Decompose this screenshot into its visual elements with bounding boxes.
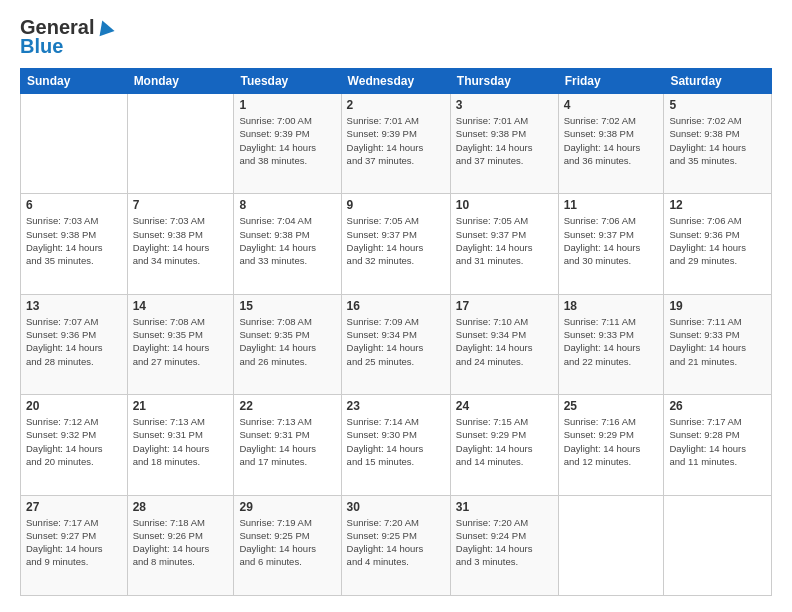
day-info: Sunrise: 7:09 AMSunset: 9:34 PMDaylight:…	[347, 315, 445, 368]
day-cell	[21, 94, 128, 194]
sunset-text: Sunset: 9:27 PM	[26, 530, 96, 541]
day-cell	[127, 94, 234, 194]
sunrise-text: Sunrise: 7:11 AM	[669, 316, 741, 327]
day-cell: 10Sunrise: 7:05 AMSunset: 9:37 PMDayligh…	[450, 194, 558, 294]
day-number: 1	[239, 98, 335, 112]
daylight-text: Daylight: 14 hoursand 28 minutes.	[26, 342, 103, 366]
sunset-text: Sunset: 9:38 PM	[26, 229, 96, 240]
day-number: 12	[669, 198, 766, 212]
sunrise-text: Sunrise: 7:10 AM	[456, 316, 528, 327]
day-info: Sunrise: 7:16 AMSunset: 9:29 PMDaylight:…	[564, 415, 659, 468]
day-cell: 23Sunrise: 7:14 AMSunset: 9:30 PMDayligh…	[341, 395, 450, 495]
day-number: 26	[669, 399, 766, 413]
day-info: Sunrise: 7:14 AMSunset: 9:30 PMDaylight:…	[347, 415, 445, 468]
logo: General Blue	[20, 16, 115, 58]
daylight-text: Daylight: 14 hoursand 14 minutes.	[456, 443, 533, 467]
day-info: Sunrise: 7:11 AMSunset: 9:33 PMDaylight:…	[564, 315, 659, 368]
sunset-text: Sunset: 9:38 PM	[669, 128, 739, 139]
daylight-text: Daylight: 14 hoursand 17 minutes.	[239, 443, 316, 467]
day-info: Sunrise: 7:03 AMSunset: 9:38 PMDaylight:…	[133, 214, 229, 267]
sunrise-text: Sunrise: 7:16 AM	[564, 416, 636, 427]
sunrise-text: Sunrise: 7:19 AM	[239, 517, 311, 528]
day-cell: 28Sunrise: 7:18 AMSunset: 9:26 PMDayligh…	[127, 495, 234, 595]
daylight-text: Daylight: 14 hoursand 37 minutes.	[456, 142, 533, 166]
day-number: 24	[456, 399, 553, 413]
daylight-text: Daylight: 14 hoursand 35 minutes.	[669, 142, 746, 166]
day-number: 27	[26, 500, 122, 514]
sunset-text: Sunset: 9:28 PM	[669, 429, 739, 440]
daylight-text: Daylight: 14 hoursand 24 minutes.	[456, 342, 533, 366]
daylight-text: Daylight: 14 hoursand 6 minutes.	[239, 543, 316, 567]
day-info: Sunrise: 7:15 AMSunset: 9:29 PMDaylight:…	[456, 415, 553, 468]
day-cell: 1Sunrise: 7:00 AMSunset: 9:39 PMDaylight…	[234, 94, 341, 194]
day-number: 13	[26, 299, 122, 313]
day-cell: 15Sunrise: 7:08 AMSunset: 9:35 PMDayligh…	[234, 294, 341, 394]
day-info: Sunrise: 7:08 AMSunset: 9:35 PMDaylight:…	[133, 315, 229, 368]
daylight-text: Daylight: 14 hoursand 30 minutes.	[564, 242, 641, 266]
day-number: 17	[456, 299, 553, 313]
day-info: Sunrise: 7:20 AMSunset: 9:25 PMDaylight:…	[347, 516, 445, 569]
sunrise-text: Sunrise: 7:12 AM	[26, 416, 98, 427]
weekday-header-thursday: Thursday	[450, 69, 558, 94]
sunrise-text: Sunrise: 7:07 AM	[26, 316, 98, 327]
day-cell: 6Sunrise: 7:03 AMSunset: 9:38 PMDaylight…	[21, 194, 128, 294]
sunrise-text: Sunrise: 7:15 AM	[456, 416, 528, 427]
sunset-text: Sunset: 9:33 PM	[669, 329, 739, 340]
day-info: Sunrise: 7:05 AMSunset: 9:37 PMDaylight:…	[456, 214, 553, 267]
sunset-text: Sunset: 9:31 PM	[239, 429, 309, 440]
day-cell: 26Sunrise: 7:17 AMSunset: 9:28 PMDayligh…	[664, 395, 772, 495]
sunrise-text: Sunrise: 7:06 AM	[669, 215, 741, 226]
day-info: Sunrise: 7:06 AMSunset: 9:36 PMDaylight:…	[669, 214, 766, 267]
day-number: 2	[347, 98, 445, 112]
day-cell: 24Sunrise: 7:15 AMSunset: 9:29 PMDayligh…	[450, 395, 558, 495]
daylight-text: Daylight: 14 hoursand 4 minutes.	[347, 543, 424, 567]
daylight-text: Daylight: 14 hoursand 15 minutes.	[347, 443, 424, 467]
svg-marker-0	[95, 18, 115, 36]
sunset-text: Sunset: 9:25 PM	[347, 530, 417, 541]
day-number: 19	[669, 299, 766, 313]
sunrise-text: Sunrise: 7:13 AM	[133, 416, 205, 427]
day-info: Sunrise: 7:06 AMSunset: 9:37 PMDaylight:…	[564, 214, 659, 267]
sunrise-text: Sunrise: 7:13 AM	[239, 416, 311, 427]
day-number: 8	[239, 198, 335, 212]
daylight-text: Daylight: 14 hoursand 25 minutes.	[347, 342, 424, 366]
week-row-5: 27Sunrise: 7:17 AMSunset: 9:27 PMDayligh…	[21, 495, 772, 595]
daylight-text: Daylight: 14 hoursand 11 minutes.	[669, 443, 746, 467]
week-row-1: 1Sunrise: 7:00 AMSunset: 9:39 PMDaylight…	[21, 94, 772, 194]
sunrise-text: Sunrise: 7:20 AM	[347, 517, 419, 528]
day-number: 22	[239, 399, 335, 413]
day-cell: 13Sunrise: 7:07 AMSunset: 9:36 PMDayligh…	[21, 294, 128, 394]
day-cell: 17Sunrise: 7:10 AMSunset: 9:34 PMDayligh…	[450, 294, 558, 394]
sunrise-text: Sunrise: 7:01 AM	[347, 115, 419, 126]
sunset-text: Sunset: 9:29 PM	[456, 429, 526, 440]
day-info: Sunrise: 7:11 AMSunset: 9:33 PMDaylight:…	[669, 315, 766, 368]
sunset-text: Sunset: 9:32 PM	[26, 429, 96, 440]
day-info: Sunrise: 7:19 AMSunset: 9:25 PMDaylight:…	[239, 516, 335, 569]
sunrise-text: Sunrise: 7:04 AM	[239, 215, 311, 226]
day-info: Sunrise: 7:17 AMSunset: 9:28 PMDaylight:…	[669, 415, 766, 468]
week-row-3: 13Sunrise: 7:07 AMSunset: 9:36 PMDayligh…	[21, 294, 772, 394]
header: General Blue	[20, 16, 772, 58]
weekday-header-saturday: Saturday	[664, 69, 772, 94]
day-info: Sunrise: 7:01 AMSunset: 9:39 PMDaylight:…	[347, 114, 445, 167]
daylight-text: Daylight: 14 hoursand 20 minutes.	[26, 443, 103, 467]
sunset-text: Sunset: 9:38 PM	[564, 128, 634, 139]
sunset-text: Sunset: 9:37 PM	[564, 229, 634, 240]
sunrise-text: Sunrise: 7:02 AM	[669, 115, 741, 126]
day-info: Sunrise: 7:12 AMSunset: 9:32 PMDaylight:…	[26, 415, 122, 468]
daylight-text: Daylight: 14 hoursand 3 minutes.	[456, 543, 533, 567]
sunrise-text: Sunrise: 7:18 AM	[133, 517, 205, 528]
daylight-text: Daylight: 14 hoursand 34 minutes.	[133, 242, 210, 266]
daylight-text: Daylight: 14 hoursand 22 minutes.	[564, 342, 641, 366]
sunrise-text: Sunrise: 7:17 AM	[669, 416, 741, 427]
sunset-text: Sunset: 9:34 PM	[347, 329, 417, 340]
sunrise-text: Sunrise: 7:14 AM	[347, 416, 419, 427]
day-info: Sunrise: 7:20 AMSunset: 9:24 PMDaylight:…	[456, 516, 553, 569]
sunrise-text: Sunrise: 7:06 AM	[564, 215, 636, 226]
sunset-text: Sunset: 9:29 PM	[564, 429, 634, 440]
day-number: 5	[669, 98, 766, 112]
day-cell: 16Sunrise: 7:09 AMSunset: 9:34 PMDayligh…	[341, 294, 450, 394]
sunset-text: Sunset: 9:37 PM	[456, 229, 526, 240]
sunset-text: Sunset: 9:39 PM	[239, 128, 309, 139]
calendar-table: SundayMondayTuesdayWednesdayThursdayFrid…	[20, 68, 772, 596]
